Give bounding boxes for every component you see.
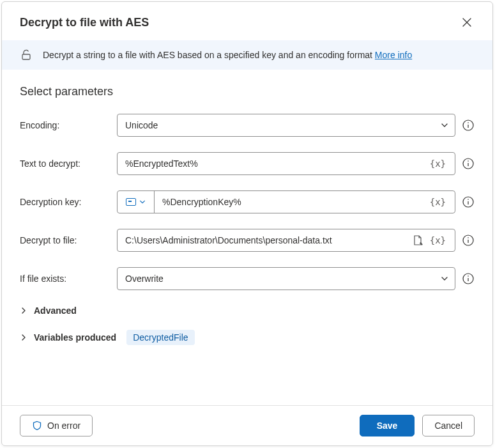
section-title: Select parameters xyxy=(20,85,475,98)
variable-picker-icon[interactable]: {x} xyxy=(427,235,448,245)
save-button[interactable]: Save xyxy=(360,415,415,436)
variable-picker-icon[interactable]: {x} xyxy=(427,197,448,207)
on-error-button[interactable]: On error xyxy=(20,415,93,436)
footer: On error Save Cancel xyxy=(2,405,492,445)
chevron-down-icon xyxy=(441,121,448,129)
label-decrypt-to-file: Decrypt to file: xyxy=(20,235,109,245)
svg-rect-0 xyxy=(22,54,30,59)
svg-point-12 xyxy=(468,237,469,238)
text-input-icon xyxy=(126,198,136,206)
dialog: Decrypt to file with AES Decrypt a strin… xyxy=(1,1,493,446)
file-browse-icon[interactable] xyxy=(412,235,423,246)
input-type-toggle[interactable] xyxy=(118,191,155,213)
info-icon[interactable] xyxy=(462,196,475,208)
variable-chip[interactable]: DecryptedFile xyxy=(126,330,194,345)
svg-point-15 xyxy=(468,275,469,277)
label-if-exists: If file exists: xyxy=(20,274,109,284)
footer-actions: Save Cancel xyxy=(360,415,475,436)
advanced-label: Advanced xyxy=(34,305,77,316)
info-icon[interactable] xyxy=(462,234,475,247)
variables-expander[interactable]: Variables produced DecryptedFile xyxy=(20,330,475,345)
info-icon[interactable] xyxy=(462,272,475,285)
banner-text-wrap: Decrypt a string to a file with AES base… xyxy=(43,50,412,60)
info-banner: Decrypt a string to a file with AES base… xyxy=(2,40,492,70)
more-info-link[interactable]: More info xyxy=(375,50,412,60)
row-decryption-key: Decryption key: {x} xyxy=(20,190,475,213)
info-icon[interactable] xyxy=(462,119,475,132)
decrypt-to-file-field[interactable] xyxy=(125,235,412,245)
dialog-title: Decrypt to file with AES xyxy=(20,16,149,29)
chevron-down-icon xyxy=(441,275,448,282)
header: Decrypt to file with AES xyxy=(2,2,492,40)
text-to-decrypt-field[interactable] xyxy=(125,158,427,169)
encoding-value: Unicode xyxy=(125,120,441,130)
decrypt-to-file-input[interactable]: {x} xyxy=(117,229,455,252)
decryption-key-field[interactable] xyxy=(162,197,427,207)
shield-icon xyxy=(32,421,42,431)
encoding-select[interactable]: Unicode xyxy=(117,114,455,137)
if-exists-value: Overwrite xyxy=(125,274,441,284)
content: Select parameters Encoding: Unicode Text… xyxy=(2,70,492,405)
chevron-right-icon xyxy=(20,334,27,341)
text-to-decrypt-input[interactable]: {x} xyxy=(117,152,455,175)
lock-open-icon xyxy=(20,49,33,61)
row-decrypt-to-file: Decrypt to file: {x} xyxy=(20,229,475,252)
close-button[interactable] xyxy=(458,13,476,31)
svg-point-6 xyxy=(468,160,469,162)
chevron-right-icon xyxy=(20,307,27,314)
close-icon xyxy=(462,18,471,27)
cancel-button[interactable]: Cancel xyxy=(422,415,475,436)
svg-point-3 xyxy=(468,122,469,123)
variable-picker-icon[interactable]: {x} xyxy=(427,158,448,169)
label-decryption-key: Decryption key: xyxy=(20,197,109,207)
chevron-down-icon xyxy=(139,199,146,205)
decryption-key-input[interactable]: {x} xyxy=(117,190,455,213)
advanced-expander[interactable]: Advanced xyxy=(20,305,475,316)
on-error-label: On error xyxy=(47,421,80,431)
banner-text: Decrypt a string to a file with AES base… xyxy=(43,50,375,60)
row-if-exists: If file exists: Overwrite xyxy=(20,267,475,290)
svg-point-9 xyxy=(468,199,469,200)
label-text-to-decrypt: Text to decrypt: xyxy=(20,158,109,169)
row-text-to-decrypt: Text to decrypt: {x} xyxy=(20,152,475,175)
label-encoding: Encoding: xyxy=(20,120,109,130)
if-exists-select[interactable]: Overwrite xyxy=(117,267,455,290)
row-encoding: Encoding: Unicode xyxy=(20,114,475,137)
info-icon[interactable] xyxy=(462,157,475,170)
variables-label: Variables produced xyxy=(34,332,116,343)
